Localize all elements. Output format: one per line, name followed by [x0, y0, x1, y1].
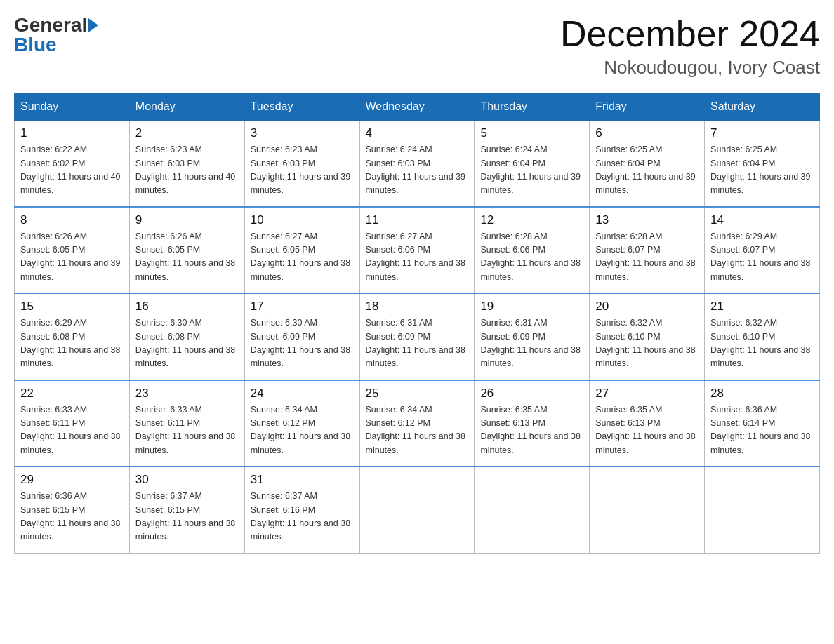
calendar-cell: [705, 467, 820, 553]
calendar-cell: [475, 467, 590, 553]
calendar-cell: 6 Sunrise: 6:25 AM Sunset: 6:04 PM Dayli…: [590, 121, 705, 207]
day-info: Sunrise: 6:24 AM Sunset: 6:04 PM Dayligh…: [480, 143, 583, 198]
day-number: 26: [480, 387, 583, 401]
calendar-cell: 22 Sunrise: 6:33 AM Sunset: 6:11 PM Dayl…: [15, 380, 130, 467]
calendar-cell: 30 Sunrise: 6:37 AM Sunset: 6:15 PM Dayl…: [129, 467, 244, 553]
day-number: 30: [135, 473, 239, 487]
calendar-cell: 12 Sunrise: 6:28 AM Sunset: 6:06 PM Dayl…: [475, 207, 590, 294]
logo-blue-text: Blue: [14, 34, 57, 56]
day-number: 7: [710, 126, 814, 140]
day-header-sunday: Sunday: [15, 93, 130, 121]
calendar-cell: [590, 467, 705, 553]
day-header-tuesday: Tuesday: [244, 93, 359, 121]
calendar-cell: 20 Sunrise: 6:32 AM Sunset: 6:10 PM Dayl…: [590, 293, 705, 380]
calendar-week-row: 8 Sunrise: 6:26 AM Sunset: 6:05 PM Dayli…: [15, 207, 820, 294]
calendar-cell: 15 Sunrise: 6:29 AM Sunset: 6:08 PM Dayl…: [15, 293, 130, 380]
day-number: 27: [595, 387, 699, 401]
calendar-cell: 5 Sunrise: 6:24 AM Sunset: 6:04 PM Dayli…: [475, 121, 590, 207]
calendar-cell: 27 Sunrise: 6:35 AM Sunset: 6:13 PM Dayl…: [590, 380, 705, 467]
day-info: Sunrise: 6:27 AM Sunset: 6:06 PM Dayligh…: [366, 230, 469, 285]
day-number: 10: [251, 213, 354, 227]
calendar-week-row: 29 Sunrise: 6:36 AM Sunset: 6:15 PM Dayl…: [15, 467, 820, 553]
day-info: Sunrise: 6:25 AM Sunset: 6:04 PM Dayligh…: [595, 143, 699, 198]
day-info: Sunrise: 6:24 AM Sunset: 6:03 PM Dayligh…: [366, 143, 469, 198]
day-number: 18: [366, 300, 469, 314]
day-info: Sunrise: 6:36 AM Sunset: 6:14 PM Dayligh…: [710, 403, 814, 458]
day-info: Sunrise: 6:23 AM Sunset: 6:03 PM Dayligh…: [135, 143, 239, 198]
calendar-cell: [359, 467, 475, 553]
day-number: 1: [20, 126, 124, 140]
day-number: 8: [20, 213, 124, 227]
day-info: Sunrise: 6:31 AM Sunset: 6:09 PM Dayligh…: [480, 316, 583, 371]
calendar-cell: 31 Sunrise: 6:37 AM Sunset: 6:16 PM Dayl…: [244, 467, 359, 553]
day-number: 6: [595, 126, 699, 140]
day-number: 3: [251, 126, 354, 140]
calendar-cell: 2 Sunrise: 6:23 AM Sunset: 6:03 PM Dayli…: [129, 121, 244, 207]
calendar-cell: 10 Sunrise: 6:27 AM Sunset: 6:05 PM Dayl…: [244, 207, 359, 294]
calendar-cell: 29 Sunrise: 6:36 AM Sunset: 6:15 PM Dayl…: [15, 467, 130, 553]
day-info: Sunrise: 6:35 AM Sunset: 6:13 PM Dayligh…: [595, 403, 699, 458]
calendar-cell: 17 Sunrise: 6:30 AM Sunset: 6:09 PM Dayl…: [244, 293, 359, 380]
day-info: Sunrise: 6:25 AM Sunset: 6:04 PM Dayligh…: [710, 143, 814, 198]
day-header-friday: Friday: [590, 93, 705, 121]
day-number: 16: [135, 300, 239, 314]
day-info: Sunrise: 6:32 AM Sunset: 6:10 PM Dayligh…: [710, 316, 814, 371]
day-number: 17: [251, 300, 354, 314]
day-header-wednesday: Wednesday: [359, 93, 475, 121]
day-info: Sunrise: 6:34 AM Sunset: 6:12 PM Dayligh…: [366, 403, 469, 458]
calendar-cell: 1 Sunrise: 6:22 AM Sunset: 6:02 PM Dayli…: [15, 121, 130, 207]
calendar-cell: 16 Sunrise: 6:30 AM Sunset: 6:08 PM Dayl…: [129, 293, 244, 380]
day-number: 21: [710, 300, 814, 314]
day-number: 2: [135, 126, 239, 140]
day-info: Sunrise: 6:35 AM Sunset: 6:13 PM Dayligh…: [480, 403, 583, 458]
calendar-cell: 4 Sunrise: 6:24 AM Sunset: 6:03 PM Dayli…: [359, 121, 475, 207]
day-info: Sunrise: 6:28 AM Sunset: 6:06 PM Dayligh…: [480, 230, 583, 285]
calendar-header-row: SundayMondayTuesdayWednesdayThursdayFrid…: [15, 93, 820, 121]
calendar-cell: 11 Sunrise: 6:27 AM Sunset: 6:06 PM Dayl…: [359, 207, 475, 294]
calendar-cell: 13 Sunrise: 6:28 AM Sunset: 6:07 PM Dayl…: [590, 207, 705, 294]
calendar-cell: 3 Sunrise: 6:23 AM Sunset: 6:03 PM Dayli…: [244, 121, 359, 207]
day-number: 4: [366, 126, 469, 140]
day-info: Sunrise: 6:29 AM Sunset: 6:07 PM Dayligh…: [710, 230, 814, 285]
day-info: Sunrise: 6:22 AM Sunset: 6:02 PM Dayligh…: [20, 143, 124, 198]
day-info: Sunrise: 6:37 AM Sunset: 6:16 PM Dayligh…: [251, 490, 354, 544]
day-info: Sunrise: 6:26 AM Sunset: 6:05 PM Dayligh…: [135, 230, 239, 285]
day-header-saturday: Saturday: [705, 93, 820, 121]
day-info: Sunrise: 6:27 AM Sunset: 6:05 PM Dayligh…: [251, 230, 354, 285]
day-number: 31: [251, 473, 354, 487]
calendar-week-row: 15 Sunrise: 6:29 AM Sunset: 6:08 PM Dayl…: [15, 293, 820, 380]
day-number: 29: [20, 473, 124, 487]
day-number: 13: [595, 213, 699, 227]
day-header-thursday: Thursday: [475, 93, 590, 121]
title-section: December 2024 Nokoudougou, Ivory Coast: [560, 14, 820, 79]
day-info: Sunrise: 6:34 AM Sunset: 6:12 PM Dayligh…: [251, 403, 354, 458]
page-header: General Blue December 2024 Nokoudougou, …: [14, 14, 820, 79]
day-number: 5: [480, 126, 583, 140]
calendar-cell: 23 Sunrise: 6:33 AM Sunset: 6:11 PM Dayl…: [129, 380, 244, 467]
day-number: 20: [595, 300, 699, 314]
day-info: Sunrise: 6:26 AM Sunset: 6:05 PM Dayligh…: [20, 230, 124, 285]
day-number: 14: [710, 213, 814, 227]
day-number: 28: [710, 387, 814, 401]
logo-flag-icon: [88, 18, 98, 32]
calendar-cell: 19 Sunrise: 6:31 AM Sunset: 6:09 PM Dayl…: [475, 293, 590, 380]
calendar-cell: 26 Sunrise: 6:35 AM Sunset: 6:13 PM Dayl…: [475, 380, 590, 467]
calendar-cell: 8 Sunrise: 6:26 AM Sunset: 6:05 PM Dayli…: [15, 207, 130, 294]
day-info: Sunrise: 6:33 AM Sunset: 6:11 PM Dayligh…: [20, 403, 124, 458]
location-title: Nokoudougou, Ivory Coast: [560, 57, 820, 79]
calendar-week-row: 22 Sunrise: 6:33 AM Sunset: 6:11 PM Dayl…: [15, 380, 820, 467]
day-number: 23: [135, 387, 239, 401]
calendar-table: SundayMondayTuesdayWednesdayThursdayFrid…: [14, 93, 820, 554]
day-info: Sunrise: 6:23 AM Sunset: 6:03 PM Dayligh…: [251, 143, 354, 198]
day-info: Sunrise: 6:30 AM Sunset: 6:08 PM Dayligh…: [135, 316, 239, 371]
day-number: 22: [20, 387, 124, 401]
day-info: Sunrise: 6:32 AM Sunset: 6:10 PM Dayligh…: [595, 316, 699, 371]
month-title: December 2024: [560, 14, 820, 54]
calendar-cell: 7 Sunrise: 6:25 AM Sunset: 6:04 PM Dayli…: [705, 121, 820, 207]
calendar-cell: 28 Sunrise: 6:36 AM Sunset: 6:14 PM Dayl…: [705, 380, 820, 467]
day-info: Sunrise: 6:30 AM Sunset: 6:09 PM Dayligh…: [251, 316, 354, 371]
day-number: 15: [20, 300, 124, 314]
day-number: 25: [366, 387, 469, 401]
day-number: 11: [366, 213, 469, 227]
calendar-cell: 9 Sunrise: 6:26 AM Sunset: 6:05 PM Dayli…: [129, 207, 244, 294]
